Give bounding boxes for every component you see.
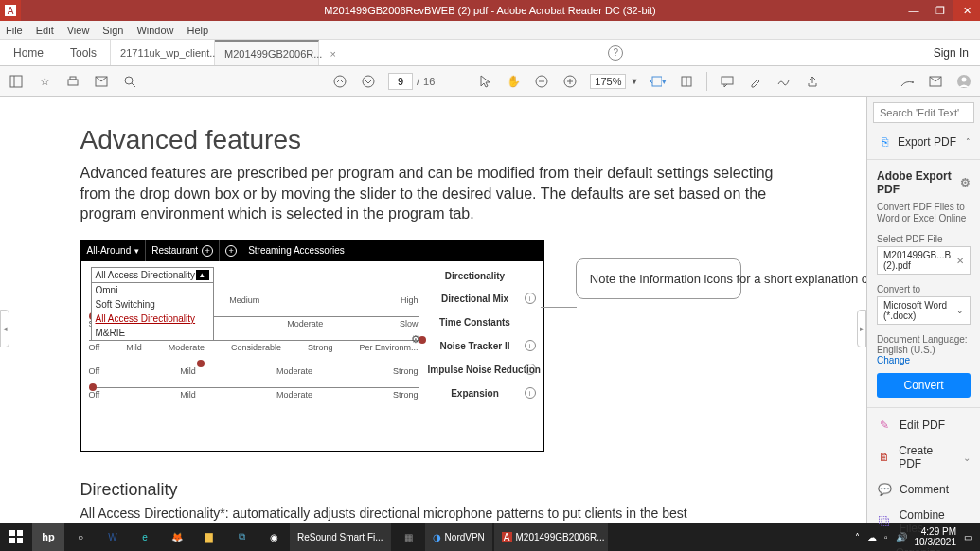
tray-notifications-icon[interactable]: ▭: [964, 532, 972, 542]
star-icon[interactable]: ☆: [36, 73, 53, 90]
tool-edit-pdf[interactable]: ✎Edit PDF: [867, 412, 980, 438]
sign-icon[interactable]: [775, 73, 793, 90]
slider-label: Expansion: [428, 388, 523, 399]
svg-rect-25: [17, 530, 23, 536]
help-icon[interactable]: ?: [608, 45, 623, 61]
tb-calc[interactable]: ▦: [393, 523, 425, 551]
comment-icon[interactable]: [719, 73, 736, 90]
zoom-in-icon[interactable]: [561, 73, 579, 90]
print-icon[interactable]: [64, 73, 81, 90]
settings-icon[interactable]: ⚙: [960, 176, 971, 189]
export-pdf-icon: ⎘: [877, 134, 892, 150]
svg-rect-5: [70, 77, 76, 80]
svg-point-10: [363, 76, 374, 87]
svg-line-8: [132, 83, 135, 87]
tools-search-input[interactable]: [873, 102, 974, 123]
doc-cut-text: All Access Directionality*: automaticall…: [80, 506, 787, 521]
right-panel-handle[interactable]: ▸: [857, 310, 866, 347]
export-head: Adobe Export PDF: [877, 169, 960, 196]
tray-network-icon[interactable]: ▫: [884, 532, 888, 542]
pointer-icon[interactable]: [476, 73, 493, 90]
left-panel-handle[interactable]: ◂: [0, 310, 9, 347]
close-tab-icon[interactable]: ×: [330, 48, 335, 60]
tb-word[interactable]: W: [97, 523, 129, 551]
tb-hp[interactable]: hp: [32, 523, 64, 551]
file-select[interactable]: M201499GB...B (2).pdf✕: [877, 246, 971, 275]
svg-rect-26: [9, 538, 15, 543]
window-titlebar: A M201499GB2006RevBWEB (2).pdf - Adobe A…: [0, 0, 980, 21]
comment-tool-icon: 💬: [877, 482, 892, 497]
embed-tab-add: +: [220, 240, 242, 261]
tool-comment[interactable]: 💬Comment: [867, 476, 980, 503]
tray-clock[interactable]: 4:29 PM10/3/2021: [915, 526, 957, 547]
mail-icon[interactable]: [93, 73, 110, 90]
edit-tools-icon[interactable]: [899, 73, 916, 90]
tb-edge[interactable]: e: [129, 523, 161, 551]
share-icon[interactable]: [804, 73, 821, 90]
menu-help[interactable]: Help: [187, 25, 209, 36]
tray-volume-icon[interactable]: 🔊: [896, 532, 907, 542]
page-input[interactable]: [388, 73, 413, 90]
tb-explorer[interactable]: ▇: [193, 523, 225, 551]
zoom-out-icon[interactable]: [533, 73, 550, 90]
embed-tab-streaming: Streaming Accessories: [242, 245, 543, 256]
sidebar-toggle-icon[interactable]: [8, 73, 25, 90]
info-icon: i: [525, 364, 536, 375]
tray-up-icon[interactable]: ˄: [855, 532, 860, 542]
slider-label: Time Constants: [428, 317, 523, 328]
page-up-icon[interactable]: [331, 73, 348, 90]
tab-home[interactable]: Home: [0, 40, 57, 65]
embed-tab-allaround: All-Around ▾: [81, 240, 147, 261]
tb-store[interactable]: ⧉: [225, 523, 258, 551]
convert-to-select[interactable]: Microsoft Word (*.docx)⌄: [877, 296, 971, 325]
page-down-icon[interactable]: [360, 73, 377, 90]
menu-edit[interactable]: Edit: [36, 25, 54, 36]
menu-sign[interactable]: Sign: [102, 25, 123, 36]
svg-text:A: A: [8, 6, 14, 16]
zoom-select[interactable]: 175%▼: [590, 74, 638, 89]
tab-tools[interactable]: Tools: [57, 40, 110, 65]
signin-link[interactable]: Sign In: [922, 46, 980, 60]
tb-firefox[interactable]: 🦊: [161, 523, 193, 551]
create-pdf-icon: 🗎: [877, 450, 891, 465]
tray-cloud-icon[interactable]: ☁: [867, 532, 877, 542]
close-button[interactable]: ✕: [953, 0, 980, 21]
edit-pdf-icon: ✎: [877, 418, 892, 433]
start-button[interactable]: [0, 523, 32, 551]
hand-icon[interactable]: ✋: [505, 73, 522, 90]
svg-rect-16: [652, 77, 662, 86]
gear-icon: ⚙: [411, 333, 420, 346]
mail2-icon[interactable]: [927, 73, 944, 90]
read-mode-icon[interactable]: [678, 73, 695, 90]
app-icon: A: [0, 0, 21, 21]
embed-dropdown: All Access Directionality▴ Omni Soft Swi…: [91, 267, 214, 341]
doc-tab-2[interactable]: M201499GB2006R...×: [215, 40, 319, 65]
export-pdf-section[interactable]: ⎘Export PDF ˄: [867, 129, 980, 155]
highlight-icon[interactable]: [747, 73, 764, 90]
tb-chrome[interactable]: ◉: [258, 523, 290, 551]
menu-file[interactable]: File: [6, 25, 23, 36]
svg-rect-24: [9, 530, 15, 536]
minimize-button[interactable]: —: [900, 0, 927, 21]
task-acrobat[interactable]: AM201499GB2006R...: [494, 523, 608, 551]
page-indicator: / 16: [388, 73, 435, 90]
maximize-button[interactable]: ❐: [927, 0, 953, 21]
menu-window[interactable]: Window: [136, 25, 173, 36]
change-lang-link[interactable]: Change: [877, 355, 910, 365]
task-resound[interactable]: ReSound Smart Fi...: [290, 523, 391, 551]
profile-icon[interactable]: [955, 73, 972, 90]
fit-width-icon[interactable]: ▾: [650, 73, 667, 90]
tool-create-pdf[interactable]: 🗎Create PDF⌄: [867, 438, 980, 476]
info-icon: i: [525, 340, 536, 351]
svg-point-23: [962, 77, 967, 81]
doc-tab-1[interactable]: 21711uk_wp_client...: [111, 40, 215, 65]
svg-point-20: [912, 81, 914, 83]
search-icon[interactable]: [121, 73, 138, 90]
doc-subheading: Directionality: [80, 480, 787, 500]
task-nordvpn[interactable]: ◑NordVPN: [425, 523, 492, 551]
convert-button[interactable]: Convert: [877, 373, 971, 398]
svg-rect-27: [17, 538, 23, 543]
doc-heading: Advanced features: [80, 125, 787, 155]
tb-cortana[interactable]: ○: [64, 523, 97, 551]
menu-view[interactable]: View: [67, 25, 90, 36]
